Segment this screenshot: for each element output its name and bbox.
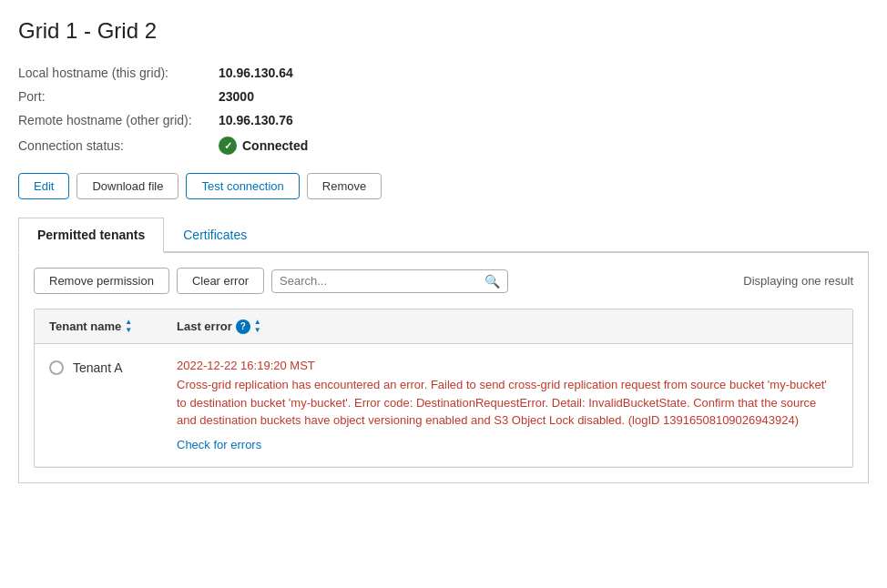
port-label: Port: <box>18 89 219 104</box>
remote-hostname-value: 10.96.130.76 <box>219 113 293 127</box>
remove-permission-button[interactable]: Remove permission <box>34 268 169 294</box>
test-connection-button[interactable]: Test connection <box>186 173 299 199</box>
tenant-cell: Tenant A <box>49 359 177 375</box>
tab-permitted-tenants[interactable]: Permitted tenants <box>18 218 164 253</box>
search-input[interactable] <box>280 274 484 288</box>
table-row: Tenant A 2022-12-22 16:19:20 MST Cross-g… <box>35 344 852 467</box>
tabs-bar: Permitted tenants Certificates <box>18 218 869 253</box>
remote-hostname-label: Remote hostname (other grid): <box>18 113 219 127</box>
tab-panel-permitted-tenants: Remove permission Clear error 🔍 Displayi… <box>18 253 869 483</box>
tenant-radio[interactable] <box>49 360 64 375</box>
controls-row: Remove permission Clear error 🔍 Displayi… <box>34 268 853 294</box>
search-box: 🔍 <box>271 269 508 293</box>
connection-status-value: ✓ Connected <box>219 137 308 155</box>
clear-error-button[interactable]: Clear error <box>177 268 264 294</box>
error-timestamp: 2022-12-22 16:19:20 MST <box>177 359 838 372</box>
sort-down-icon: ▼ <box>254 327 261 334</box>
local-hostname-label: Local hostname (this grid): <box>18 66 219 80</box>
connection-status-row: Connection status: ✓ Connected <box>18 137 869 155</box>
last-error-header: Last error ? ▲ ▼ <box>177 319 838 334</box>
connection-status-label: Connection status: <box>18 138 219 153</box>
info-section: Local hostname (this grid): 10.96.130.64… <box>18 66 869 155</box>
search-icon[interactable]: 🔍 <box>484 274 500 289</box>
tenant-sort-icons[interactable]: ▲ ▼ <box>125 319 132 334</box>
local-hostname-value: 10.96.130.64 <box>219 66 293 80</box>
edit-button[interactable]: Edit <box>18 173 69 199</box>
tab-certificates[interactable]: Certificates <box>164 218 266 253</box>
check-for-errors-link[interactable]: Check for errors <box>177 438 261 451</box>
table-header: Tenant name ▲ ▼ Last error ? ▲ ▼ <box>35 309 852 344</box>
local-hostname-row: Local hostname (this grid): 10.96.130.64 <box>18 66 869 80</box>
last-error-help-icon[interactable]: ? <box>236 319 250 334</box>
display-count: Displaying one result <box>743 274 853 288</box>
sort-down-icon: ▼ <box>125 327 132 334</box>
tenant-name-header: Tenant name ▲ ▼ <box>49 319 177 334</box>
error-message: Cross-grid replication has encountered a… <box>177 376 838 430</box>
sort-up-icon: ▲ <box>125 319 132 326</box>
error-sort-icons[interactable]: ▲ ▼ <box>254 319 261 334</box>
error-cell: 2022-12-22 16:19:20 MST Cross-grid repli… <box>177 359 838 451</box>
toolbar: Edit Download file Test connection Remov… <box>18 173 869 199</box>
remove-button[interactable]: Remove <box>307 173 382 199</box>
tenants-table: Tenant name ▲ ▼ Last error ? ▲ ▼ <box>34 309 853 468</box>
page-title: Grid 1 - Grid 2 <box>18 18 869 44</box>
port-row: Port: 23000 <box>18 89 869 104</box>
remote-hostname-row: Remote hostname (other grid): 10.96.130.… <box>18 113 869 127</box>
port-value: 23000 <box>219 89 254 104</box>
connected-check-icon: ✓ <box>219 137 237 155</box>
tenant-name: Tenant A <box>73 360 123 375</box>
sort-up-icon: ▲ <box>254 319 261 326</box>
download-button[interactable]: Download file <box>76 173 178 199</box>
